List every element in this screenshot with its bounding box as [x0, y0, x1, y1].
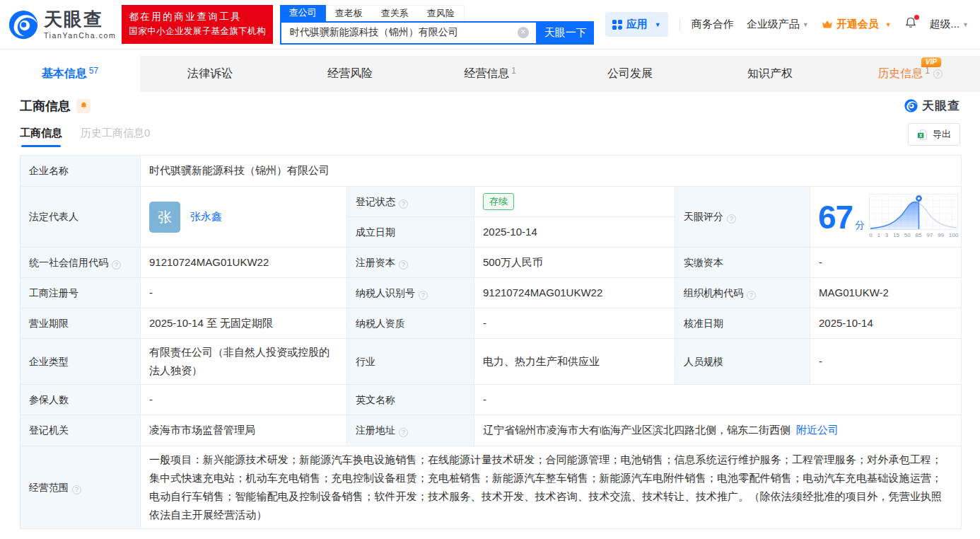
watermark-logo: 天眼查 [904, 98, 960, 114]
tab-operation[interactable]: 经营信息1 [420, 56, 560, 92]
help-icon[interactable]: ? [747, 291, 756, 300]
help-icon[interactable]: ? [727, 214, 736, 224]
notification-bell[interactable] [904, 17, 917, 32]
field-label: 统一社会信用代码? [21, 248, 141, 278]
help-icon[interactable]: ? [112, 260, 121, 270]
field-label: 注册资本? [347, 248, 474, 278]
excel-icon: X [917, 129, 928, 140]
tab-basic-info[interactable]: 基本信息57 [0, 56, 140, 92]
bell-icon [80, 102, 88, 110]
apps-menu[interactable]: 应用 ▼ [605, 12, 668, 37]
company-name-value: 时代骐骥新能源科技（锦州）有限公司 [141, 156, 962, 187]
menu-enterprise[interactable]: 企业级产品 ▼ [747, 18, 809, 31]
tab-legal[interactable]: 法律诉讼 [140, 56, 280, 92]
search-input[interactable] [288, 26, 518, 39]
reg-number-value: - [141, 278, 347, 308]
field-label: 登记状态? [347, 187, 474, 217]
brand-slogan: 都在用的商业查询工具 国家中小企业发展子基金旗下机构 [122, 5, 273, 43]
field-label: 行业 [347, 339, 474, 385]
search-tab-boss[interactable]: 查老板 [326, 5, 372, 21]
help-icon[interactable]: ? [399, 260, 408, 270]
tianyancha-logo-icon [904, 98, 918, 113]
tianyancha-logo-icon [7, 8, 40, 41]
search-button[interactable]: 天眼一下 [537, 21, 594, 45]
legal-rep-link[interactable]: 张永鑫 [190, 209, 222, 225]
search-tabs: 查公司 查老板 查关系 查风险 [280, 5, 594, 21]
reg-authority-value: 凌海市市场监督管理局 [141, 415, 347, 446]
menu-cooperation[interactable]: 商务合作 [692, 18, 734, 31]
search-tab-company[interactable]: 查公司 [280, 5, 326, 21]
row-legal-rep: 法定代表人 张 张永鑫 登记状态? 存续 天眼评分? 67 分 [21, 187, 962, 217]
main-nav: 基本信息57 法律诉讼 经营风险 经营信息1 公司发展 知识产权 VIP 历史信… [0, 50, 980, 92]
subtab-business-info[interactable]: 工商信息 [20, 127, 62, 147]
approval-date-value: 2025-10-14 [810, 308, 962, 339]
clear-icon[interactable]: × [518, 27, 529, 38]
apps-grid-icon [612, 20, 622, 30]
section-header: 工商信息 天眼查 [20, 98, 960, 114]
field-label: 英文名称 [347, 385, 474, 415]
insured-count-value: - [141, 385, 347, 415]
field-label: 参保人数 [21, 385, 141, 415]
vip-badge: VIP [921, 57, 941, 67]
field-label: 核准日期 [675, 308, 810, 339]
nearby-companies-link[interactable]: 附近公司 [796, 424, 839, 436]
row-reg-authority: 登记机关 凌海市市场监督管理局 注册地址? 辽宁省锦州市凌海市大有临海产业区滨北… [21, 415, 962, 446]
field-label: 成立日期 [347, 217, 474, 248]
help-icon[interactable]: ? [419, 291, 428, 300]
search-tab-relation[interactable]: 查关系 [372, 5, 418, 21]
credit-code-value: 91210724MAG01UKW22 [141, 248, 347, 278]
field-label: 组织机构代码? [675, 278, 810, 308]
search-tab-risk[interactable]: 查风险 [418, 5, 465, 21]
score-cell: 67 分 [810, 187, 962, 248]
row-insured: 参保人数 - 英文名称 - [21, 385, 962, 415]
notification-dot [914, 15, 919, 20]
menu-account[interactable]: 超级... ▼ [930, 18, 969, 31]
field-label: 纳税人识别号? [347, 278, 474, 308]
tab-history[interactable]: VIP 历史信息 1 ? [840, 56, 980, 92]
industry-value: 电力、热力生产和供应业 [474, 339, 675, 385]
row-business-term: 营业期限 2025-10-14 至 无固定期限 纳税人资质 - 核准日期 202… [21, 308, 962, 339]
paid-capital-value: - [810, 248, 962, 278]
field-label: 法定代表人 [21, 187, 141, 248]
business-term-value: 2025-10-14 至 无固定期限 [141, 308, 347, 339]
avatar[interactable]: 张 [149, 202, 180, 233]
help-icon[interactable]: ? [399, 428, 408, 437]
field-label: 经营范围? [21, 446, 141, 529]
tab-development[interactable]: 公司发展 [560, 56, 700, 92]
logo-domain: TianYanCha.com [44, 31, 116, 40]
export-button[interactable]: X 导出 [908, 123, 960, 146]
reg-address-cell: 辽宁省锦州市凌海市大有临海产业区滨北四路北侧，锦东二街西侧附近公司 [474, 415, 962, 446]
section-title: 工商信息 [20, 98, 71, 114]
subscribe-bell[interactable] [76, 99, 91, 113]
tab-risk[interactable]: 经营风险 [280, 56, 420, 92]
taxpayer-quality-value: - [474, 308, 675, 339]
score-axis: 0131550859799100 [869, 231, 958, 240]
menu-vip[interactable]: 开通会员 ▼ [822, 18, 892, 31]
company-type-value: 有限责任公司（非自然人投资或控股的法人独资） [141, 339, 347, 385]
business-info-table: 企业名称 时代骐骥新能源科技（锦州）有限公司 法定代表人 张 张永鑫 登记状态?… [20, 155, 962, 529]
legal-rep-cell: 张 张永鑫 [141, 187, 347, 248]
tianyancha-logo[interactable]: 天眼查 TianYanCha.com [7, 8, 116, 41]
field-label: 登记机关 [21, 415, 141, 446]
score-chart: 0131550859799100 [869, 194, 958, 240]
reg-status-cell: 存续 [474, 187, 675, 217]
subtab-history-info[interactable]: 历史工商信息0 [81, 127, 150, 147]
row-reg-number: 工商注册号 - 纳税人识别号? 91210724MAG01UKW22 组织机构代… [21, 278, 962, 308]
help-icon[interactable]: ? [72, 485, 81, 494]
field-label: 企业类型 [21, 339, 141, 385]
est-date-value: 2025-10-14 [474, 217, 675, 248]
field-label: 营业期限 [21, 308, 141, 339]
row-credit-code: 统一社会信用代码? 91210724MAG01UKW22 注册资本? 500万人… [21, 248, 962, 278]
tab-ip[interactable]: 知识产权 [700, 56, 840, 92]
search-area: 查公司 查老板 查关系 查风险 × 天眼一下 [280, 5, 594, 45]
english-name-value: - [474, 385, 962, 415]
chevron-down-icon: ▼ [803, 21, 809, 28]
chevron-down-icon: ▼ [962, 21, 969, 28]
help-icon[interactable]: ? [933, 69, 943, 79]
header-menu: 应用 ▼ 商务合作 企业级产品 ▼ 开通会员 ▼ 超级... ▼ [605, 12, 980, 37]
row-business-scope: 经营范围? 一般项目：新兴能源技术研发；新能源汽车换电设施销售；在线能源计量技术… [21, 446, 962, 529]
crown-icon [822, 20, 833, 29]
help-icon[interactable]: ? [399, 199, 408, 209]
field-label: 企业名称 [21, 156, 141, 187]
org-code-value: MAG01UKW-2 [810, 278, 962, 308]
